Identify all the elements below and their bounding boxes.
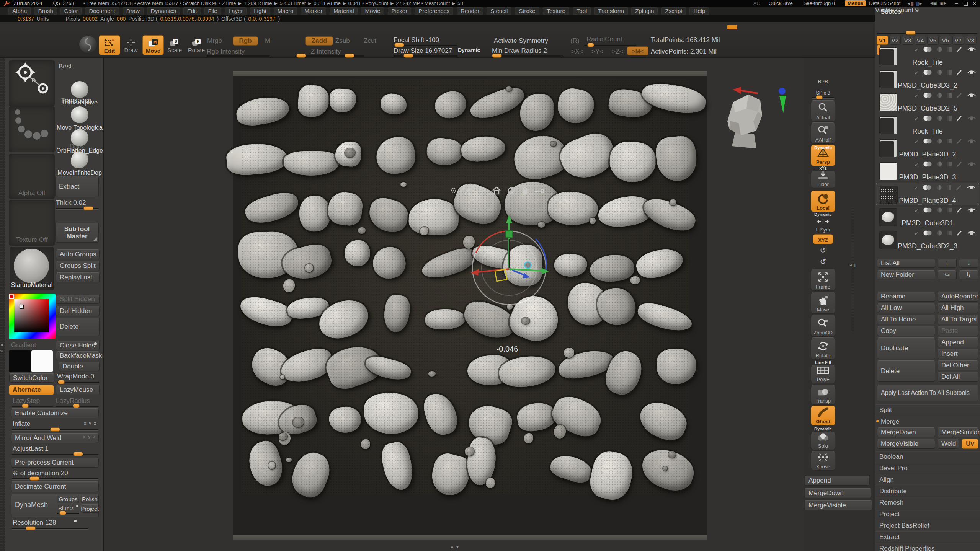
rotate-axis-icon[interactable]: ↺ bbox=[820, 257, 826, 266]
eye-icon[interactable] bbox=[967, 92, 976, 98]
menu-document[interactable]: Document bbox=[85, 7, 119, 15]
persp-button[interactable]: DynamicPersp bbox=[811, 145, 835, 166]
uv-half-icon[interactable] bbox=[946, 92, 952, 98]
eye-icon[interactable] bbox=[967, 138, 976, 144]
menu-render[interactable]: Render bbox=[457, 7, 483, 15]
mirror-xyz-marks[interactable]: x y z bbox=[83, 434, 96, 439]
best-render-button[interactable]: Best bbox=[59, 63, 72, 70]
section-redshift-properties[interactable]: Redshift Properties bbox=[875, 543, 980, 551]
shader-circles-icon[interactable] bbox=[923, 230, 933, 236]
move-button[interactable]: Move bbox=[811, 292, 835, 314]
resolution-slider[interactable] bbox=[12, 528, 88, 530]
visibility-tab-v2[interactable]: V2 bbox=[889, 36, 901, 45]
eye-icon[interactable] bbox=[967, 207, 976, 213]
main-color-swatch[interactable] bbox=[9, 350, 31, 372]
wrap-mode-slider[interactable] bbox=[57, 382, 99, 383]
menu-movie[interactable]: Movie bbox=[361, 7, 384, 15]
menu-color[interactable]: Color bbox=[60, 7, 82, 15]
current-material-icon[interactable] bbox=[79, 36, 97, 53]
dynamesh-groups-button[interactable]: Groups bbox=[57, 495, 79, 503]
preprocess-current-button[interactable]: Pre-process Current bbox=[11, 458, 99, 468]
groups-split-button[interactable]: Groups Split bbox=[56, 261, 100, 271]
move-down-button[interactable]: ↓ bbox=[959, 259, 978, 268]
apply-last-action-button[interactable]: Apply Last Action To All Subtools bbox=[877, 385, 978, 401]
menu-brush[interactable]: Brush bbox=[34, 7, 57, 15]
decimation-percent-label[interactable]: % of decimation 20 bbox=[13, 469, 68, 477]
decimation-slider[interactable] bbox=[12, 478, 98, 480]
eye-icon[interactable] bbox=[967, 230, 976, 236]
visibility-tab-v5[interactable]: V5 bbox=[927, 36, 939, 45]
section-bevel-pro[interactable]: Bevel Pro bbox=[875, 463, 980, 474]
transp-button[interactable]: Transp bbox=[811, 385, 835, 405]
lazy-step-slider[interactable] bbox=[12, 406, 53, 407]
weld-button[interactable]: Weld bbox=[938, 439, 959, 449]
symmetry-m-toggle[interactable]: >M< bbox=[627, 46, 648, 55]
subtool-row-pm3d_plane3d_2[interactable]: ↙PM3D_Plane3D_2 bbox=[876, 137, 979, 160]
rotate-axis-icon[interactable]: ↺ bbox=[820, 246, 826, 255]
scale-button[interactable]: S Scale bbox=[165, 36, 185, 54]
stroke-dots[interactable]: Dots bbox=[9, 106, 55, 152]
menu-preferences[interactable]: Preferences bbox=[415, 7, 453, 15]
dynamesh-polish-button[interactable]: Polish bbox=[81, 495, 99, 503]
append-subtool-button[interactable]: Append bbox=[938, 337, 978, 347]
inflate-slider[interactable] bbox=[12, 429, 98, 431]
xyz-button[interactable]: XYZ bbox=[813, 234, 833, 244]
reset-orientation-icon[interactable] bbox=[506, 186, 516, 195]
shader-circles-icon[interactable] bbox=[923, 115, 933, 121]
paintbrush-icon[interactable] bbox=[956, 184, 963, 191]
gradient-toggle[interactable]: Gradient bbox=[11, 341, 36, 349]
section-remesh[interactable]: Remesh bbox=[875, 497, 980, 508]
xpose-button[interactable]: Xpose bbox=[811, 451, 835, 471]
paintbrush-icon[interactable] bbox=[956, 161, 963, 167]
z-intensity-knob-high[interactable] bbox=[345, 54, 354, 58]
timeline-scrub-icon[interactable]: ▲▼ bbox=[450, 544, 461, 549]
hue-selector[interactable] bbox=[9, 294, 14, 299]
camera-nav-head[interactable] bbox=[720, 85, 792, 152]
menu-picker[interactable]: Picker bbox=[388, 7, 412, 15]
menu-alpha[interactable]: Alpha bbox=[8, 7, 31, 15]
min-draw-radius-slider[interactable] bbox=[492, 55, 563, 57]
extract-button[interactable]: Extract bbox=[55, 176, 99, 197]
delete-subtool-button[interactable]: Delete bbox=[877, 360, 935, 382]
alternate-button[interactable]: Alternate bbox=[9, 385, 54, 395]
right-tray-handle-icon[interactable]: ◄|||| bbox=[849, 263, 856, 267]
merge-down-subtool-button[interactable]: MergeDown bbox=[877, 427, 935, 437]
all-high-button[interactable]: All High bbox=[938, 303, 978, 313]
menu-stencil[interactable]: Stencil bbox=[487, 7, 511, 15]
restore-button[interactable] bbox=[964, 0, 968, 6]
lazy-radius-label[interactable]: LazyRadius bbox=[56, 397, 90, 405]
current-tool-transpose[interactable]: Transpose bbox=[9, 60, 55, 106]
eye-icon[interactable] bbox=[967, 161, 976, 167]
uv-half-icon[interactable] bbox=[946, 138, 952, 144]
viewport-canvas[interactable]: -0.046 ▲▼ bbox=[103, 57, 804, 551]
spix-slider[interactable] bbox=[812, 97, 834, 99]
texture-selector[interactable]: Texture Off bbox=[9, 200, 55, 246]
del-hidden-button[interactable]: Del Hidden bbox=[56, 306, 100, 316]
dock-left-icon[interactable]: ◄▣ bbox=[929, 1, 936, 6]
folder-arrow-icon[interactable]: ↙ bbox=[915, 161, 919, 167]
uv-button[interactable]: Uv bbox=[962, 439, 978, 449]
left-tray-toggle-icon[interactable]: ◄|||| bbox=[907, 1, 913, 6]
folder-arrow-icon[interactable]: ↙ bbox=[915, 207, 919, 213]
draw-size-label[interactable]: Draw Size 16.97027 bbox=[394, 47, 452, 55]
paintbrush-icon[interactable] bbox=[956, 46, 963, 52]
shader-circles-icon[interactable] bbox=[922, 184, 932, 191]
eye-icon[interactable] bbox=[967, 115, 976, 121]
folder-arrow-icon[interactable]: ↙ bbox=[915, 139, 919, 144]
l-sym-button[interactable]: DynamicL.Sym bbox=[811, 217, 835, 233]
actual-button[interactable]: Actual bbox=[811, 100, 835, 122]
menu-macro[interactable]: Macro bbox=[274, 7, 297, 15]
brush-move-infinite-depth[interactable]: MoveInfiniteDep bbox=[56, 152, 103, 176]
activate-symmetry-button[interactable]: Activate Symmetry bbox=[494, 37, 548, 45]
section-distribute[interactable]: Distribute bbox=[875, 486, 980, 497]
uv-half-icon[interactable] bbox=[946, 161, 952, 167]
focal-shift-slider[interactable] bbox=[394, 45, 457, 46]
resolution-label[interactable]: Resolution 128 bbox=[13, 519, 56, 527]
subtool-row-pm3d_plane3d_3[interactable]: ↙PM3D_Plane3D_3 bbox=[876, 160, 979, 183]
close-holes-button[interactable]: Close Holes bbox=[56, 341, 100, 350]
menu-help[interactable]: Help bbox=[689, 7, 709, 15]
color-picker[interactable] bbox=[9, 294, 56, 339]
polypaint-icon[interactable] bbox=[936, 230, 942, 236]
menu-draw[interactable]: Draw bbox=[122, 7, 144, 15]
visible-count-slider[interactable] bbox=[877, 33, 977, 34]
